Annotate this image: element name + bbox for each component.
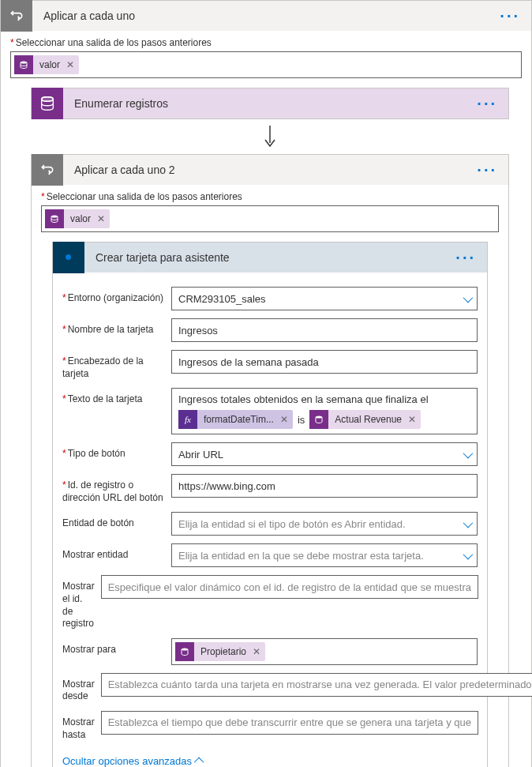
cardheader-input[interactable]: Ingresos de la semana pasada <box>171 350 478 374</box>
cardtext-row: *Texto de la tarjeta Ingresos totales ob… <box>62 388 478 434</box>
showto-label: Mostrar hasta <box>62 711 95 741</box>
nested-flow-area: Enumerar registros ··· <box>10 78 522 767</box>
showentity-label: Mostrar entidad <box>62 543 165 562</box>
flow-arrow-icon <box>31 119 509 154</box>
recid-row: *Id. de registro o dirección URL del bot… <box>62 474 478 504</box>
btnentity-select[interactable]: Elija la entidad si el tipo de botón es … <box>171 512 478 536</box>
showfrom-placeholder: Establezca cuánto tarda una tarjeta en m… <box>108 679 532 690</box>
cardtext-value: Ingresos totales obtenidos en la semana … <box>178 393 470 405</box>
btntype-value: Abrir URL <box>178 449 223 461</box>
cardtext-label: *Texto de la tarjeta <box>62 388 165 406</box>
cardname-input[interactable]: Ingresos <box>171 318 478 342</box>
separator-text: is <box>298 414 305 426</box>
owner-token-label: Propietario <box>199 646 248 657</box>
cardheader-row: *Encabezado de la tarjeta Ingresos de la… <box>62 350 478 380</box>
remove-token-button[interactable]: ✕ <box>66 59 74 70</box>
cardheader-value: Ingresos de la semana pasada <box>178 356 319 368</box>
revenue-token[interactable]: Actual Revenue ✕ <box>309 410 421 429</box>
btnentity-row: Entidad de botón Elija la entidad si el … <box>62 512 478 536</box>
env-value: CRM293105_sales <box>178 293 266 305</box>
env-row: *Entorno (organización) CRM293105_sales <box>62 287 478 310</box>
apply-each-outer-card: Aplicar a cada uno ··· *Seleccionar una … <box>0 0 532 767</box>
showentity-placeholder: Elija la entidad en la que se debe mostr… <box>178 550 424 562</box>
create-card-header[interactable]: Crear tarjeta para asistente ··· <box>53 243 487 273</box>
select-output-input[interactable]: valor ✕ <box>10 51 522 78</box>
revenue-token-label: Actual Revenue <box>333 414 403 425</box>
cardtext-input[interactable]: Ingresos totales obtenidos en la semana … <box>171 388 478 434</box>
apply-each-inner-title: Aplicar a cada uno 2 <box>74 164 466 176</box>
database-icon <box>309 410 328 429</box>
enumerate-records-header[interactable]: Enumerar registros ··· <box>32 88 508 118</box>
btnentity-label: Entidad de botón <box>62 512 165 530</box>
apply-each-outer-header[interactable]: Aplicar a cada uno ··· <box>1 1 531 31</box>
select-output-input[interactable]: valor ✕ <box>41 205 499 232</box>
chevron-down-icon <box>463 448 470 461</box>
showentity-select[interactable]: Elija la entidad en la que se debe mostr… <box>171 543 478 567</box>
chevron-down-icon <box>463 292 470 305</box>
flow-canvas: Aplicar a cada uno ··· *Seleccionar una … <box>0 0 532 767</box>
apply-each-inner-header[interactable]: Aplicar a cada uno 2 ··· <box>32 155 508 185</box>
showto-input[interactable]: Establezca el tiempo que debe transcurri… <box>101 711 478 735</box>
more-menu-button[interactable]: ··· <box>455 250 476 265</box>
showfor-label: Mostrar para <box>62 638 165 656</box>
create-card-title: Crear tarjeta para asistente <box>96 251 444 264</box>
more-menu-button[interactable]: ··· <box>477 96 497 111</box>
remove-token-button[interactable]: ✕ <box>97 213 105 224</box>
database-icon <box>45 209 64 228</box>
select-output-label: *Seleccionar una salida de los pasos ant… <box>10 37 522 48</box>
recid-input[interactable]: https://www.bing.com <box>171 474 478 498</box>
fx-icon: fx <box>178 410 197 429</box>
cardname-label: *Nombre de la tarjeta <box>62 318 165 337</box>
showentity-row: Mostrar entidad Elija la entidad en la q… <box>62 543 478 567</box>
value-token[interactable]: valor ✕ <box>14 55 79 74</box>
value-token[interactable]: valor ✕ <box>45 209 110 228</box>
select-output-label: *Seleccionar una salida de los pasos ant… <box>41 191 499 202</box>
svg-point-6 <box>182 648 188 650</box>
remove-token-button[interactable]: ✕ <box>408 414 416 425</box>
enumerate-records-card: Enumerar registros ··· <box>31 88 509 119</box>
fx-token-label: formatDateTim... <box>202 414 275 425</box>
showrec-input[interactable]: Especifique el valor dinámico con el id.… <box>101 575 478 599</box>
owner-token[interactable]: Propietario ✕ <box>175 642 265 661</box>
database-icon <box>32 88 63 119</box>
showfrom-label: Mostrar desde <box>62 673 95 703</box>
create-card-body: *Entorno (organización) CRM293105_sales <box>53 273 487 767</box>
remove-token-button[interactable]: ✕ <box>280 414 288 425</box>
btntype-select[interactable]: Abrir URL <box>171 442 478 466</box>
apply-each-inner-body: *Seleccionar una salida de los pasos ant… <box>32 185 508 767</box>
showto-row: Mostrar hasta Establezca el tiempo que d… <box>62 711 478 741</box>
token-label: valor <box>38 59 62 70</box>
showto-placeholder: Establezca el tiempo que debe transcurri… <box>108 716 471 728</box>
showrec-placeholder: Especifique el valor dinámico con el id.… <box>108 581 471 593</box>
showrec-label: Mostrar el id. de registro <box>62 575 95 630</box>
inner-nested-area: Crear tarjeta para asistente ··· *Entorn… <box>41 232 499 767</box>
chevron-up-icon <box>197 755 204 767</box>
more-menu-button[interactable]: ··· <box>477 162 497 178</box>
apply-each-outer-body: *Seleccionar una salida de los pasos ant… <box>1 31 531 767</box>
svg-point-0 <box>21 62 27 64</box>
svg-point-4 <box>51 216 58 218</box>
hide-advanced-toggle[interactable]: Ocultar opciones avanzadas <box>62 755 204 767</box>
showfor-input[interactable]: Propietario ✕ <box>171 638 478 665</box>
cardheader-label: *Encabezado de la tarjeta <box>62 350 165 380</box>
showfrom-row: Mostrar desde Establezca cuánto tarda un… <box>62 673 478 703</box>
database-icon <box>14 55 33 74</box>
advanced-toggle-row: Ocultar opciones avanzadas <box>62 755 478 767</box>
svg-point-5 <box>316 416 322 419</box>
showfrom-input[interactable]: Establezca cuánto tarda una tarjeta en m… <box>101 673 532 697</box>
env-label: *Entorno (organización) <box>62 287 165 305</box>
remove-token-button[interactable]: ✕ <box>253 646 260 657</box>
btntype-row: *Tipo de botón Abrir URL <box>62 442 478 466</box>
cardname-value: Ingresos <box>178 325 218 337</box>
chevron-down-icon <box>463 549 470 562</box>
showrec-row: Mostrar el id. de registro Especifique e… <box>62 575 478 630</box>
create-assistant-card: Crear tarjeta para asistente ··· *Entorn… <box>52 242 488 767</box>
token-label: valor <box>69 213 92 224</box>
env-select[interactable]: CRM293105_sales <box>171 287 478 310</box>
more-menu-button[interactable]: ··· <box>500 8 520 24</box>
dynamics-icon <box>53 242 84 273</box>
btntype-label: *Tipo de botón <box>62 442 165 461</box>
chevron-down-icon <box>463 517 470 530</box>
hide-advanced-label: Ocultar opciones avanzadas <box>62 755 192 767</box>
fx-token[interactable]: fx formatDateTim... ✕ <box>178 410 293 429</box>
